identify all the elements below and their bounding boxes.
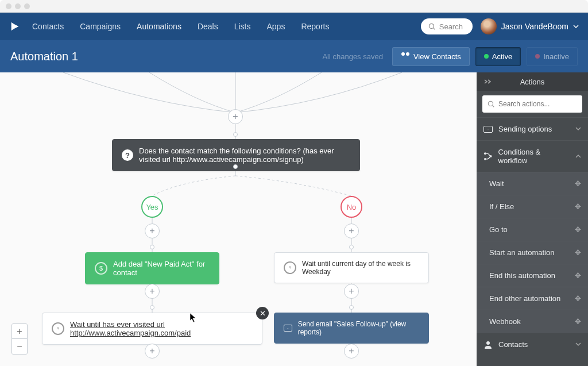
grip-icon: ✥ [575,271,581,280]
people-icon [401,52,410,60]
connector-dot [233,132,238,137]
nav-automations[interactable]: Automations [137,22,181,31]
delete-node-button[interactable]: ✕ [256,307,269,319]
nav-contacts[interactable]: Contacts [32,22,64,31]
section-sending: Sending options [477,117,588,140]
search-icon [428,22,436,30]
svg-line-1 [433,28,435,30]
connector-dot [349,245,354,249]
clock-icon [52,322,64,335]
add-deal-node[interactable]: $ Add deal "New Paid Act" for contact [85,252,219,284]
grip-icon: ✥ [575,179,581,188]
action-webhook[interactable]: Webhook✥ [477,310,588,333]
grip-icon: ✥ [575,225,581,234]
status-active-button[interactable]: Active [475,47,521,66]
condition-text: Does the contact match the following con… [139,147,350,164]
grip-icon: ✥ [575,248,581,257]
action-if-else[interactable]: If / Else✥ [477,195,588,218]
chrome-dot [15,3,21,9]
person-icon [483,341,493,349]
conditions-items: Wait✥ If / Else✥ Go to✥ Start an automat… [477,172,588,333]
status-inactive-button[interactable]: Inactive [527,47,578,66]
envelope-icon [284,325,292,332]
add-step-button[interactable]: + [344,224,359,238]
top-nav: Contacts Campaigns Automations Deals Lis… [0,13,588,40]
add-step-button[interactable]: + [228,109,243,124]
sidebar-search-wrap [477,91,588,117]
nav-campaigns[interactable]: Campaigns [80,22,121,31]
user-menu[interactable]: Jason VandeBoom [481,18,579,34]
actions-search-input[interactable] [482,95,582,113]
search-placeholder: Search [439,22,463,31]
section-contacts: Contacts [477,333,588,356]
chevron-down-icon [575,125,581,133]
canvas-area[interactable]: + ? Does the contact match the following… [0,72,477,366]
connector-dot [349,305,354,310]
svg-point-17 [486,341,490,345]
wait-weekday-node[interactable]: Wait until current day of the week is We… [274,252,429,283]
chevron-down-icon [575,340,581,349]
sidebar-header: Actions [477,72,588,91]
add-step-button[interactable]: + [145,344,160,359]
status-dot-green [484,54,489,59]
chrome-dot [24,3,30,9]
grip-icon: ✥ [575,202,581,211]
branch-yes[interactable]: Yes [141,196,163,218]
add-step-button[interactable]: + [344,284,359,299]
svg-point-0 [429,24,434,28]
add-step-button[interactable]: + [145,284,160,299]
add-step-button[interactable]: + [145,224,160,238]
zoom-out-button[interactable]: − [12,339,27,354]
branch-icon [483,152,493,161]
avatar [481,18,497,34]
actions-sidebar: Actions Sending options Conditions & wor… [477,72,588,366]
send-email-node[interactable]: Send email "Sales Follow-up" (view repor… [274,313,429,344]
branch-no[interactable]: No [341,196,362,218]
nav-items: Contacts Campaigns Automations Deals Lis… [32,22,329,31]
zoom-controls: + − [11,323,28,355]
section-conditions-header[interactable]: Conditions & workflow [477,141,588,172]
user-name: Jason VandeBoom [501,22,568,31]
sidebar-collapse-button[interactable] [483,78,492,86]
action-wait[interactable]: Wait✥ [477,172,588,195]
clock-icon [284,261,296,274]
grip-icon: ✥ [575,294,581,303]
chrome-dot [6,3,11,9]
grip-icon: ✥ [575,317,581,326]
connector-dot [233,164,238,169]
logo[interactable] [9,20,22,33]
envelope-icon [483,126,493,133]
action-end-other-automation[interactable]: End other automation✥ [477,287,588,310]
nav-apps[interactable]: Apps [267,22,285,31]
nav-lists[interactable]: Lists [234,22,251,31]
chevron-up-icon [575,152,581,161]
save-status: All changes saved [322,52,383,61]
section-sending-header[interactable]: Sending options [477,118,588,140]
action-go-to[interactable]: Go to✥ [477,218,588,241]
browser-chrome [0,0,588,13]
view-contacts-button[interactable]: View Contacts [392,47,470,66]
status-dot-red [535,54,540,59]
section-contacts-header[interactable]: Contacts [477,333,588,356]
wait-visited-node[interactable]: Wait until has ever visited url http://w… [42,313,262,345]
svg-point-14 [484,152,486,155]
sub-header: Automation 1 All changes saved View Cont… [0,40,588,72]
svg-point-15 [484,158,486,160]
action-end-this-automation[interactable]: End this automation✥ [477,264,588,287]
nav-deals[interactable]: Deals [198,22,218,31]
automation-title[interactable]: Automation 1 [10,50,78,63]
nav-reports[interactable]: Reports [301,22,329,31]
sidebar-title: Actions [477,78,588,86]
action-start-automation[interactable]: Start an automation✥ [477,241,588,264]
question-icon: ? [122,149,133,161]
connector-dot [150,245,154,249]
connector-dot [150,305,154,310]
section-conditions: Conditions & workflow Wait✥ If / Else✥ G… [477,140,588,333]
add-step-button[interactable]: + [344,344,359,359]
zoom-in-button[interactable]: + [12,324,27,339]
global-search[interactable]: Search [421,18,473,34]
dollar-icon: $ [95,262,107,275]
chevron-down-icon [573,24,579,29]
